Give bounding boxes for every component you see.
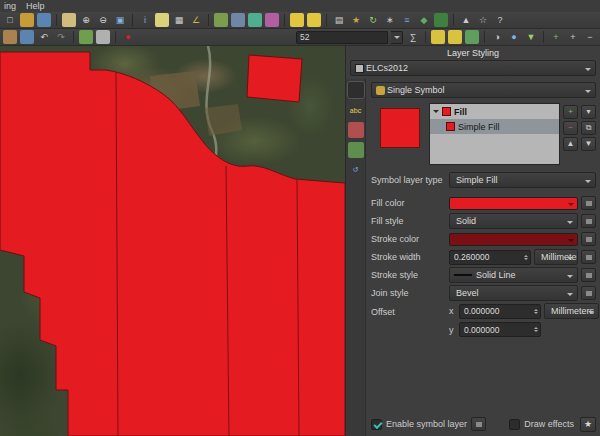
labels-icon[interactable]: abc [348, 102, 364, 118]
save-edits-icon[interactable] [20, 30, 34, 44]
symbol-layer-type-select[interactable]: Simple Fill [449, 172, 596, 188]
statistics-icon[interactable]: ∑ [406, 30, 420, 44]
separator [425, 31, 426, 43]
project-new-icon[interactable]: □ [3, 13, 17, 27]
map-canvas[interactable] [0, 46, 345, 436]
add-vector-layer-icon[interactable] [214, 13, 228, 27]
move-up-button[interactable]: ▲ [563, 137, 578, 151]
diagram-icon[interactable] [465, 30, 479, 44]
tree-row-simple-fill[interactable]: Simple Fill [430, 119, 559, 134]
separator [208, 14, 209, 26]
data-defined-override-button[interactable] [581, 268, 596, 282]
tree-expand-caret[interactable] [433, 110, 439, 116]
view-3d-icon[interactable] [348, 142, 364, 158]
history-icon[interactable]: ↺ [348, 162, 364, 178]
zoom-in-icon[interactable]: ⊕ [79, 13, 93, 27]
move-down-button[interactable]: ▼ [581, 137, 596, 151]
separator [326, 14, 327, 26]
add-raster-layer-icon[interactable] [231, 13, 245, 27]
toggle-editing-icon[interactable] [3, 30, 17, 44]
stroke-style-select[interactable]: Solid Line [449, 267, 578, 283]
stroke-color-button[interactable] [449, 233, 578, 246]
identify-features-icon[interactable]: i [138, 13, 152, 27]
menu-item-help[interactable]: Help [26, 1, 45, 11]
layer-visibility-icon[interactable]: ● [507, 30, 521, 44]
map-theme-icon[interactable]: ◑ [490, 30, 504, 44]
stroke-width-spinbox[interactable]: 0.260000 [449, 250, 531, 265]
undo-icon[interactable]: ↶ [37, 30, 51, 44]
project-save-icon[interactable] [37, 13, 51, 27]
remove-symbol-layer-button[interactable]: − [563, 121, 578, 135]
bookmark-icon[interactable]: ☆ [476, 13, 490, 27]
labeling-icon[interactable] [431, 30, 445, 44]
renderer-icon [376, 86, 385, 95]
expand-all-icon[interactable]: + [566, 30, 580, 44]
stroke-style-label: Stroke style [371, 270, 449, 280]
grass-tools-icon[interactable] [434, 13, 448, 27]
stroke-width-unit-select[interactable]: Millimeters [534, 249, 578, 265]
symbol-layer-type-label: Symbol layer type [371, 175, 449, 185]
spin-arrows-icon[interactable] [531, 325, 538, 334]
data-defined-override-button[interactable] [581, 286, 596, 300]
python-console-icon[interactable]: ≡ [400, 13, 414, 27]
add-point-cloud-layer-icon[interactable] [265, 13, 279, 27]
data-defined-override-button[interactable] [581, 232, 596, 246]
toolbar-field-dropdown-arrow[interactable] [391, 31, 403, 44]
zoom-full-icon[interactable]: ▣ [113, 13, 127, 27]
label-options-icon[interactable] [448, 30, 462, 44]
pan-map-icon[interactable] [62, 13, 76, 27]
offset-unit-select[interactable]: Millimeters [544, 303, 599, 319]
vertex-tool-icon[interactable] [96, 30, 110, 44]
toolbar-value-field[interactable]: 52 [296, 31, 388, 44]
plugins-icon[interactable]: ◆ [417, 13, 431, 27]
enable-symbol-layer-checkbox[interactable] [371, 419, 382, 430]
separator [484, 31, 485, 43]
add-feature-icon[interactable] [79, 30, 93, 44]
separator [56, 14, 57, 26]
symbology-icon[interactable] [348, 82, 364, 98]
tree-row-fill[interactable]: Fill [430, 104, 559, 119]
redo-icon[interactable]: ↷ [54, 30, 68, 44]
layout-manager-icon[interactable]: ▤ [332, 13, 346, 27]
add-mesh-layer-icon[interactable] [248, 13, 262, 27]
symbol-menu-button[interactable]: ▾ [581, 105, 596, 119]
effects-star-button[interactable]: ★ [580, 417, 596, 432]
north-arrow-icon[interactable]: ▲ [459, 13, 473, 27]
offset-x-label: x [449, 306, 456, 316]
layer-selector[interactable]: ELCs2012 [350, 60, 596, 76]
filter-legend-icon[interactable]: ▼ [524, 30, 538, 44]
style-manager-icon[interactable]: ★ [349, 13, 363, 27]
offset-x-spinbox[interactable]: 0.000000 [459, 304, 541, 319]
offset-y-spinbox[interactable]: 0.000000 [459, 322, 541, 337]
menu-item[interactable]: ing [4, 1, 16, 11]
spin-arrows-icon[interactable] [531, 307, 538, 316]
renderer-selector[interactable]: Single Symbol [371, 82, 596, 98]
diagrams-icon[interactable] [348, 122, 364, 138]
refresh-map-icon[interactable]: ↻ [366, 13, 380, 27]
project-open-icon[interactable] [20, 13, 34, 27]
red-circle-icon[interactable]: ● [121, 30, 135, 44]
zoom-out-icon[interactable]: ⊖ [96, 13, 110, 27]
data-defined-override-button[interactable] [581, 250, 596, 264]
measure-icon[interactable]: ∠ [189, 13, 203, 27]
draw-effects-checkbox[interactable] [509, 419, 520, 430]
join-style-select[interactable]: Bevel [449, 285, 578, 301]
annotation-icon[interactable] [307, 13, 321, 27]
fill-style-select[interactable]: Solid [449, 213, 578, 229]
data-defined-override-button[interactable] [581, 196, 596, 210]
simple-fill-swatch [446, 122, 455, 131]
select-features-icon[interactable] [155, 13, 169, 27]
attribute-table-icon[interactable]: ▦ [172, 13, 186, 27]
spin-arrows-icon[interactable] [521, 253, 528, 262]
data-defined-override-button[interactable] [581, 214, 596, 228]
add-symbol-layer-button[interactable]: + [563, 105, 578, 119]
help-icon[interactable]: ? [493, 13, 507, 27]
data-defined-enable-button[interactable] [471, 417, 486, 431]
processing-toolbox-icon[interactable]: ∗ [383, 13, 397, 27]
fill-color-button[interactable] [449, 197, 578, 210]
map-tips-icon[interactable] [290, 13, 304, 27]
collapse-all-icon[interactable]: − [583, 30, 597, 44]
duplicate-symbol-layer-button[interactable]: ⧉ [581, 121, 596, 135]
add-group-icon[interactable]: + [549, 30, 563, 44]
fill-color-label: Fill color [371, 198, 449, 208]
